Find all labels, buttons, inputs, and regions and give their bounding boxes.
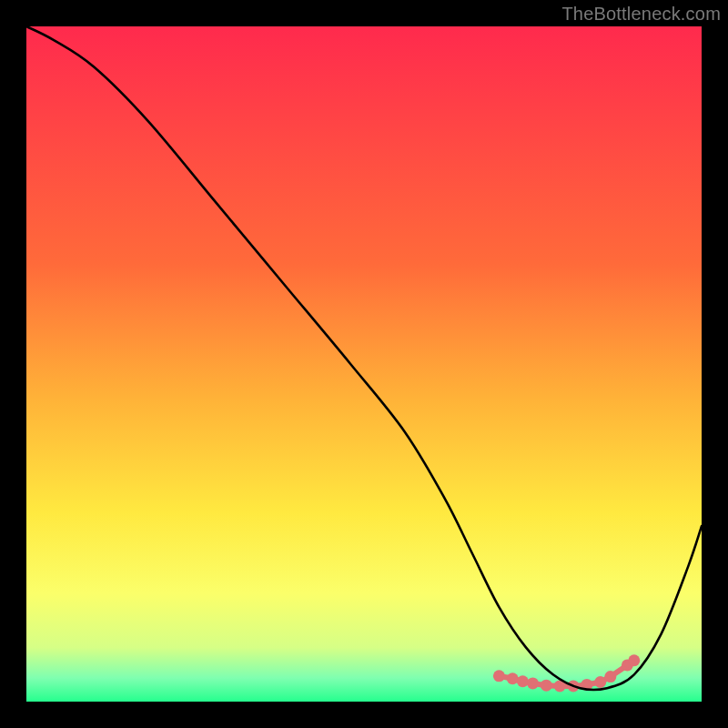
gradient-background: [26, 26, 702, 702]
chart-frame: TheBottleneck.com: [0, 0, 728, 728]
optimal-dot: [628, 654, 640, 666]
bottleneck-chart: [26, 26, 702, 702]
watermark-text: TheBottleneck.com: [561, 4, 721, 25]
plot-area: [26, 26, 702, 702]
